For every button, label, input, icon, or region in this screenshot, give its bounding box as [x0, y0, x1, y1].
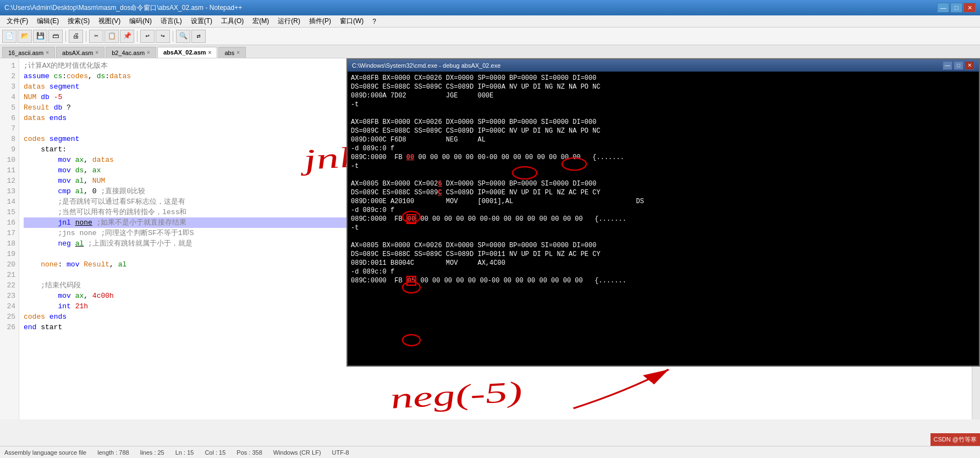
tab-b24ac[interactable]: b2_4ac.asm× [106, 47, 156, 58]
copy-button[interactable]: 📋 [104, 30, 119, 43]
title-bar: C:\Users\Admin\Desktop\Masm\masm_dos命令窗口… [0, 0, 980, 15]
cmd-line-15: 089D:000E A20100 MOV [0001],AL DS [351, 197, 976, 206]
tab-absax02[interactable]: absAX_02.asm× [157, 47, 218, 58]
cmd-title: C:\Windows\System32\cmd.exe - debug absA… [348, 59, 979, 72]
status-col: Col : 15 [205, 449, 225, 456]
menu-edit[interactable]: 编辑(E) [32, 15, 63, 27]
cmd-line-5 [351, 109, 976, 118]
redo-button[interactable]: ↪ [156, 30, 170, 43]
cmd-line-17: 089C:0000 FB 00 00 00 00 00 00 00-00 00 … [351, 215, 976, 223]
menu-view[interactable]: 视图(V) [94, 15, 125, 27]
cmd-line-7: DS=089C ES=088C SS=089C CS=089D IP=000C … [351, 127, 976, 135]
menu-language[interactable]: 语言(L) [156, 15, 186, 27]
tab-absax[interactable]: absAX.asm× [56, 47, 104, 58]
undo-button[interactable]: ↩ [140, 30, 155, 43]
cmd-line-3: 089D:000A 7D02 JGE 000E [351, 91, 976, 100]
status-file-type: Assembly language source file [4, 449, 86, 456]
cmd-line-1: AX=08FB BX=0000 CX=0026 DX=0000 SP=0000 … [351, 74, 976, 83]
cmd-line-20: AX=0805 BX=0000 CX=0026 DX=0000 SP=0000 … [351, 241, 976, 250]
toolbar-sep-1 [65, 31, 66, 42]
cmd-line-10: 089C:0000 FB 00 00 00 00 00 00 00-00 00 … [351, 153, 976, 162]
paste-button[interactable]: 📌 [120, 30, 134, 43]
cmd-window: C:\Windows\System32\cmd.exe - debug absA… [346, 58, 980, 367]
cmd-line-6: AX=08FB BX=0000 CX=0026 DX=0000 SP=0000 … [351, 118, 976, 127]
cmd-title-buttons: — □ ✕ [943, 61, 975, 70]
csdn-badge: CSDN @竹等寒 [931, 433, 980, 446]
cmd-line-11: -t [351, 162, 976, 171]
toolbar-sep-2 [86, 31, 86, 42]
tab-bar: 16_ascii.asm× absAX.asm× b2_4ac.asm× abs… [0, 45, 980, 58]
status-length: length : 788 [97, 449, 129, 456]
cmd-line-13: AX=0805 BX=0000 CX=0026 DX=0000 SP=0000 … [351, 179, 976, 188]
cmd-line-21: DS=089C ES=088C SS=089C CS=089D IP=0011 … [351, 250, 976, 259]
toolbar: 📄 📂 💾 🗃 🖨 ✂ 📋 📌 ↩ ↪ 🔍 ⇄ [0, 28, 980, 45]
menu-macro[interactable]: 宏(M) [248, 15, 273, 27]
cut-button[interactable]: ✂ [89, 30, 103, 43]
status-encoding: Windows (CR LF) [273, 449, 321, 456]
minimize-button[interactable]: — [937, 3, 949, 13]
title-text: C:\Users\Admin\Desktop\Masm\masm_dos命令窗口… [4, 3, 242, 13]
menu-run[interactable]: 运行(R) [273, 15, 305, 27]
cmd-maximize[interactable]: □ [954, 61, 964, 70]
menu-help[interactable]: ? [368, 17, 381, 26]
print-button[interactable]: 🖨 [69, 30, 83, 43]
cmd-line-2: DS=089C ES=088C SS=089C CS=089D IP=000A … [351, 83, 976, 91]
cmd-line-16: -d 089c:0 f [351, 206, 976, 215]
tab-16ascii[interactable]: 16_ascii.asm× [2, 47, 55, 58]
toolbar-sep-4 [173, 31, 173, 42]
menu-window[interactable]: 窗口(W) [335, 15, 368, 27]
title-bar-buttons: — □ ✕ [937, 3, 976, 13]
new-button[interactable]: 📄 [2, 30, 16, 43]
cmd-line-22: 089D:0011 B8004C MOV AX,4C00 [351, 259, 976, 268]
tab-abs[interactable]: abs× [218, 47, 246, 58]
cmd-content: AX=08FB BX=0000 CX=0026 DX=0000 SP=0000 … [348, 72, 979, 366]
svg-text:neg(-5): neg(-5) [388, 375, 525, 415]
find-button[interactable]: 🔍 [176, 30, 190, 43]
cmd-line-8: 089D:000C F6D8 NEG AL [351, 135, 976, 144]
cmd-minimize[interactable]: — [943, 61, 953, 70]
menu-encode[interactable]: 编码(N) [125, 15, 156, 27]
maximize-button[interactable]: □ [950, 3, 962, 13]
cmd-title-text: C:\Windows\System32\cmd.exe - debug absA… [352, 61, 500, 70]
cmd-line-14: DS=089C ES=088C SS=089C CS=089D IP=000E … [351, 188, 976, 197]
cmd-line-9: -d 089c:0 f [351, 144, 976, 153]
menu-bar: 文件(F) 编辑(E) 搜索(S) 视图(V) 编码(N) 语言(L) 设置(T… [0, 15, 980, 28]
status-lines: lines : 25 [140, 449, 164, 456]
line-numbers: 12345 678910 1112131415 1617181920 21222… [0, 58, 19, 419]
menu-settings[interactable]: 设置(T) [186, 15, 217, 27]
main-area: 12345 678910 1112131415 1617181920 21222… [0, 58, 980, 419]
toolbar-sep-3 [137, 31, 137, 42]
close-button[interactable]: ✕ [964, 3, 976, 13]
status-pos: Pos : 358 [236, 449, 262, 456]
menu-search[interactable]: 搜索(S) [63, 15, 94, 27]
status-charset: UTF-8 [332, 449, 349, 456]
cmd-line-12 [351, 171, 976, 179]
menu-file[interactable]: 文件(F) [2, 15, 32, 27]
cmd-line-4: -t [351, 100, 976, 109]
cmd-line-19 [351, 232, 976, 241]
cmd-line-23: -d 089c:0 f [351, 268, 976, 276]
replace-button[interactable]: ⇄ [191, 30, 206, 43]
cmd-line-18: -t [351, 223, 976, 232]
menu-plugin[interactable]: 插件(P) [305, 15, 335, 27]
save-button[interactable]: 💾 [33, 30, 47, 43]
save-all-button[interactable]: 🗃 [48, 30, 63, 43]
cmd-line-24: 089C:0000 FB 05 00 00 00 00 00 00-00 00 … [351, 276, 976, 285]
status-ln: Ln : 15 [175, 449, 194, 456]
open-button[interactable]: 📂 [18, 30, 32, 43]
cmd-close[interactable]: ✕ [965, 61, 975, 70]
menu-tools[interactable]: 工具(O) [217, 15, 248, 27]
status-bar: Assembly language source file length : 7… [0, 446, 980, 458]
